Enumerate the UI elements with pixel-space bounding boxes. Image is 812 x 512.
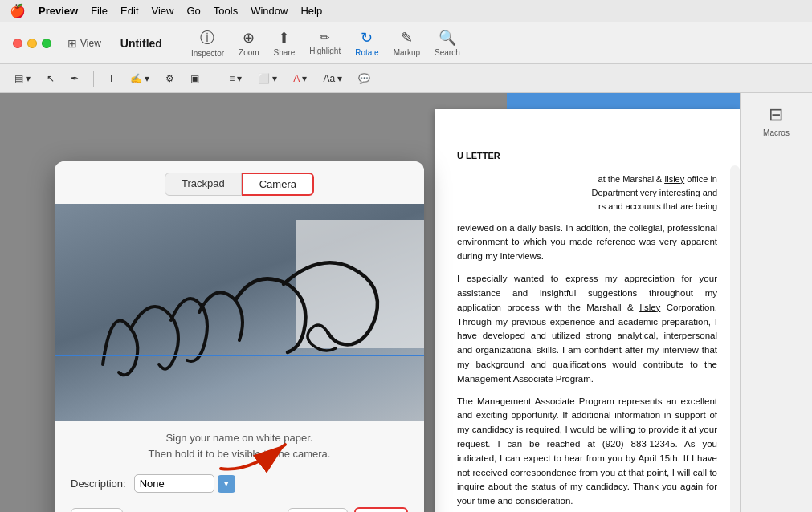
highlight-icon: ✏ [320,30,330,45]
paragraph-3: The Management Associate Program represe… [457,395,717,510]
rotate-icon: ↻ [361,29,373,47]
signature-modal[interactable]: Trackpad Camera [55,161,424,512]
signature-icon: ✍ [130,73,142,84]
select-dropdown-arrow[interactable] [218,475,235,493]
dropdown-arrow-4: ▾ [272,73,277,84]
right-panel: ⊟ Macros [740,93,812,512]
color-icon: A [293,73,300,84]
zoom-button[interactable]: ⊕ Zoom [239,29,259,57]
text-tool[interactable]: T [104,71,119,86]
menu-tools[interactable]: Tools [214,5,238,17]
signature-tool[interactable]: ✍ ▾ [125,71,154,86]
toolbar: ⓘ Inspector ⊕ Zoom ⬆ Share ✏ Highlight ↻… [191,28,460,58]
main-area: U LETTER at the Marshall& Ilsley office … [0,93,812,512]
page-layout-btn[interactable]: ▣ [186,71,204,86]
minimize-button[interactable] [27,39,37,48]
document-page: U LETTER at the Marshall& Ilsley office … [435,109,740,512]
traffic-lights [13,39,51,48]
modal-buttons: Clear Cancel Done [55,499,424,512]
partial-text: at the Marshall& Ilsley office inDepartm… [457,173,717,213]
text-icon: T [108,73,114,84]
menu-bar: 🍎 Preview File Edit View Go Tools Window… [0,0,812,22]
tab-trackpad[interactable]: Trackpad [165,173,242,196]
dropdown-arrow-3: ▾ [237,73,242,84]
menu-help[interactable]: Help [300,5,322,17]
border-btn[interactable]: ⬜ ▾ [253,71,282,86]
separator-2 [214,71,214,87]
modal-tabs: Trackpad Camera [55,161,424,204]
search-button[interactable]: 🔍 Search [435,29,460,57]
macros-label: Macros [763,128,790,137]
pen-tool[interactable]: ✒ [66,71,84,86]
letter-body: at the Marshall& Ilsley office inDepartm… [457,173,717,513]
paragraph-1: reviewed on a daily basis. In addition, … [457,221,717,264]
tab-camera[interactable]: Camera [242,173,314,196]
camera-guideline [55,355,424,356]
instruction-line1: Sign your name on white paper. [166,432,313,444]
description-select[interactable]: None [134,474,214,493]
view-icon: ⊞ [67,37,77,50]
app-name: Preview [39,5,78,17]
border-icon: ⬜ [258,73,270,84]
description-label: Description: [71,477,126,490]
font-icon: Aa [323,73,335,84]
share-button[interactable]: ⬆ Share [274,29,296,57]
modal-instructions: Sign your name on white paper. Then hold… [55,421,424,468]
dropdown-arrow-2: ▾ [145,73,149,84]
macros-dropdown-icon: ⊟ [769,104,783,125]
menu-view[interactable]: View [152,5,174,17]
view-label[interactable]: View [80,38,101,49]
apple-menu[interactable]: 🍎 [10,3,26,18]
speech-icon: 💬 [358,73,370,84]
adjust-tool[interactable]: ⚙ [161,71,179,86]
signature-display [55,204,424,421]
align-btn[interactable]: ≡ ▾ [224,71,247,86]
speech-btn[interactable]: 💬 [353,71,375,86]
dropdown-arrow-6: ▾ [337,73,342,84]
cursor-tool[interactable]: ↖ [42,71,59,86]
close-button[interactable] [13,39,22,48]
font-btn[interactable]: Aa ▾ [318,71,347,86]
main-window: ⊞ View Untitled ⓘ Inspector ⊕ Zoom ⬆ Sha… [0,22,812,512]
markup-icon: ✎ [401,29,413,47]
window-title: Untitled [120,37,162,50]
menu-file[interactable]: File [91,5,108,17]
paragraph-2: I especially wanted to express my apprec… [457,272,717,387]
zoom-icon: ⊕ [243,29,255,47]
sidebar-toggle[interactable]: ▤ ▾ [10,71,35,86]
markup-button[interactable]: ✎ Markup [394,29,420,57]
separator-1 [93,71,94,87]
highlight-button[interactable]: ✏ Highlight [309,30,341,55]
maximize-button[interactable] [42,39,51,48]
scrollbar[interactable] [730,165,740,512]
inspector-icon: ⓘ [200,28,214,47]
share-icon: ⬆ [278,29,290,47]
menu-go[interactable]: Go [186,5,200,17]
menu-edit[interactable]: Edit [120,5,138,17]
description-row: Description: None [55,468,424,499]
menu-window[interactable]: Window [251,5,288,17]
title-section: ⊞ View [67,37,101,50]
second-toolbar: ▤ ▾ ↖ ✒ T ✍ ▾ ⚙ ▣ ≡ ▾ ⬜ ▾ [0,64,812,93]
cancel-button[interactable]: Cancel [288,508,347,512]
dropdown-arrow: ▾ [26,73,31,84]
camera-view [55,204,424,421]
inspector-button[interactable]: ⓘ Inspector [191,28,224,58]
description-select-wrapper: None [134,474,214,493]
instruction-line2: Then hold it to be visible to the camera… [149,448,331,460]
pen-icon: ✒ [71,73,79,84]
search-icon: 🔍 [439,29,456,47]
page-layout-icon: ▣ [190,73,199,84]
done-button[interactable]: Done [354,507,408,512]
macros-button[interactable]: ⊟ Macros [753,100,799,142]
clear-button[interactable]: Clear [71,508,123,512]
adjust-icon: ⚙ [165,73,174,84]
dropdown-arrow-5: ▾ [302,73,307,84]
title-bar: ⊞ View Untitled ⓘ Inspector ⊕ Zoom ⬆ Sha… [0,22,812,64]
sidebar-icon: ▤ [14,73,23,84]
color-btn[interactable]: A ▾ [288,71,312,86]
cursor-icon: ↖ [47,73,55,84]
rotate-button[interactable]: ↻ Rotate [355,29,378,57]
align-icon: ≡ [229,73,235,84]
letter-header: U LETTER [457,149,717,163]
